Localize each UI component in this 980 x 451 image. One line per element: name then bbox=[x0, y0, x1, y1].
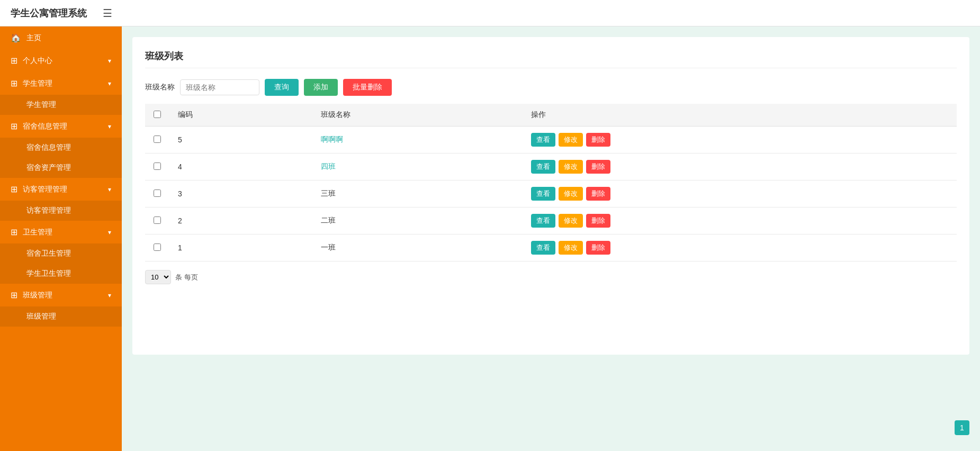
sidebar-item-visitor-label: 访客管理管理 bbox=[23, 185, 67, 194]
arrow-icon-student: ▾ bbox=[108, 80, 111, 87]
select-all-checkbox[interactable] bbox=[154, 111, 161, 118]
sidebar-item-student-label: 学生管理 bbox=[23, 79, 52, 88]
edit-button-4[interactable]: 修改 bbox=[559, 160, 583, 174]
sidebar-subitem-student-hygiene[interactable]: 学生卫生管理 bbox=[0, 264, 122, 284]
row-actions-5: 查看修改删除 bbox=[523, 127, 957, 154]
th-code: 编码 bbox=[169, 104, 312, 127]
th-action: 操作 bbox=[523, 104, 957, 127]
class-table: 编码 班级名称 操作 5啊啊啊查看修改删除4四班查看修改删除3三班查看修改删除2… bbox=[145, 104, 957, 261]
sidebar-item-dorm-info[interactable]: ⊞ 宿舍信息管理 ▾ bbox=[0, 115, 122, 138]
sidebar-item-class-label: 班级管理 bbox=[23, 291, 52, 300]
grid-icon-student: ⊞ bbox=[11, 78, 17, 88]
table-container: 编码 班级名称 操作 5啊啊啊查看修改删除4四班查看修改删除3三班查看修改删除2… bbox=[145, 104, 957, 261]
batch-delete-button[interactable]: 批量删除 bbox=[343, 79, 392, 96]
view-button-3[interactable]: 查看 bbox=[531, 187, 555, 201]
page-title: 班级列表 bbox=[145, 50, 957, 68]
home-icon: 🏠 bbox=[11, 33, 21, 43]
view-button-5[interactable]: 查看 bbox=[531, 133, 555, 147]
row-checkbox-5[interactable] bbox=[154, 136, 161, 143]
row-name-link-5[interactable]: 啊啊啊 bbox=[321, 135, 343, 143]
row-name-3: 三班 bbox=[312, 181, 523, 208]
hamburger-icon[interactable]: ☰ bbox=[103, 7, 112, 20]
row-actions-4: 查看修改删除 bbox=[523, 154, 957, 181]
table-row: 5啊啊啊查看修改删除 bbox=[145, 127, 957, 154]
header: 学生公寓管理系统 ☰ bbox=[0, 0, 980, 26]
row-checkbox-1[interactable] bbox=[154, 243, 161, 251]
row-id-1: 1 bbox=[169, 234, 312, 261]
content-card: 班级列表 班级名称 查询 添加 批量删除 编码 bbox=[132, 37, 969, 355]
sidebar-item-home[interactable]: 🏠 主页 bbox=[0, 26, 122, 49]
view-button-4[interactable]: 查看 bbox=[531, 160, 555, 174]
class-name-input[interactable] bbox=[180, 79, 259, 95]
row-actions-3: 查看修改删除 bbox=[523, 181, 957, 208]
grid-icon-visitor: ⊞ bbox=[11, 184, 17, 194]
delete-button-4[interactable]: 删除 bbox=[586, 160, 610, 174]
table-row: 4四班查看修改删除 bbox=[145, 154, 957, 181]
edit-button-1[interactable]: 修改 bbox=[559, 241, 583, 255]
row-checkbox-3[interactable] bbox=[154, 190, 161, 197]
table-row: 2二班查看修改删除 bbox=[145, 208, 957, 234]
grid-icon-hygiene: ⊞ bbox=[11, 227, 17, 237]
sidebar-item-personal-label: 个人中心 bbox=[23, 56, 52, 66]
arrow-icon-class: ▾ bbox=[108, 292, 111, 299]
row-name-5[interactable]: 啊啊啊 bbox=[312, 127, 523, 154]
row-id-5: 5 bbox=[169, 127, 312, 154]
th-class-name: 班级名称 bbox=[312, 104, 523, 127]
row-name-2: 二班 bbox=[312, 208, 523, 234]
app-title: 学生公寓管理系统 bbox=[11, 7, 87, 20]
view-button-2[interactable]: 查看 bbox=[531, 214, 555, 228]
view-button-1[interactable]: 查看 bbox=[531, 241, 555, 255]
table-row: 1一班查看修改删除 bbox=[145, 234, 957, 261]
row-actions-1: 查看修改删除 bbox=[523, 234, 957, 261]
arrow-icon-hygiene: ▾ bbox=[108, 229, 111, 236]
th-checkbox bbox=[145, 104, 169, 127]
sidebar-subitem-dorm-info[interactable]: 宿舍信息管理 bbox=[0, 138, 122, 158]
filter-label: 班级名称 bbox=[145, 83, 175, 92]
add-button[interactable]: 添加 bbox=[304, 79, 338, 96]
sidebar-item-student-mgmt[interactable]: ⊞ 学生管理 ▾ bbox=[0, 72, 122, 95]
arrow-icon-dorm: ▾ bbox=[108, 123, 111, 130]
row-actions-2: 查看修改删除 bbox=[523, 208, 957, 234]
sidebar-item-visitor[interactable]: ⊞ 访客管理管理 ▾ bbox=[0, 178, 122, 201]
row-checkbox-4[interactable] bbox=[154, 163, 161, 170]
sidebar-subitem-dorm-asset[interactable]: 宿舍资产管理 bbox=[0, 158, 122, 178]
sidebar-item-personal[interactable]: ⊞ 个人中心 ▾ bbox=[0, 49, 122, 72]
grid-icon-dorm: ⊞ bbox=[11, 121, 17, 131]
sidebar-submenu-dorm: 宿舍信息管理 宿舍资产管理 bbox=[0, 138, 122, 178]
row-id-3: 3 bbox=[169, 181, 312, 208]
row-name-1: 一班 bbox=[312, 234, 523, 261]
sidebar-item-hygiene[interactable]: ⊞ 卫生管理 ▾ bbox=[0, 221, 122, 243]
sidebar-subitem-student-mgmt[interactable]: 学生管理 bbox=[0, 95, 122, 115]
sidebar-subitem-visitor-mgmt[interactable]: 访客管理管理 bbox=[0, 201, 122, 221]
arrow-icon-visitor: ▾ bbox=[108, 186, 111, 193]
sidebar-subitem-class-mgmt[interactable]: 班级管理 bbox=[0, 306, 122, 327]
sidebar-subitem-dorm-hygiene[interactable]: 宿舍卫生管理 bbox=[0, 243, 122, 264]
sidebar-item-hygiene-label: 卫生管理 bbox=[23, 228, 52, 237]
delete-button-1[interactable]: 删除 bbox=[586, 241, 610, 255]
page-number-badge[interactable]: 1 bbox=[955, 420, 969, 435]
delete-button-3[interactable]: 删除 bbox=[586, 187, 610, 201]
sidebar-submenu-student: 学生管理 bbox=[0, 95, 122, 115]
search-button[interactable]: 查询 bbox=[265, 79, 299, 96]
page-size-label: 条 每页 bbox=[175, 273, 198, 282]
row-id-4: 4 bbox=[169, 154, 312, 181]
sidebar-item-dorm-label: 宿舍信息管理 bbox=[23, 122, 67, 131]
edit-button-2[interactable]: 修改 bbox=[559, 214, 583, 228]
sidebar-item-home-label: 主页 bbox=[26, 33, 41, 43]
row-checkbox-2[interactable] bbox=[154, 217, 161, 224]
row-name-4[interactable]: 四班 bbox=[312, 154, 523, 181]
delete-button-5[interactable]: 删除 bbox=[586, 133, 610, 147]
filter-row: 班级名称 查询 添加 批量删除 bbox=[145, 79, 957, 96]
row-name-link-4[interactable]: 四班 bbox=[321, 162, 336, 170]
main-content: 班级列表 班级名称 查询 添加 批量删除 编码 bbox=[122, 26, 980, 451]
table-row: 3三班查看修改删除 bbox=[145, 181, 957, 208]
page-size-select[interactable]: 10 20 50 bbox=[145, 270, 171, 284]
edit-button-3[interactable]: 修改 bbox=[559, 187, 583, 201]
delete-button-2[interactable]: 删除 bbox=[586, 214, 610, 228]
sidebar-item-class-mgmt[interactable]: ⊞ 班级管理 ▾ bbox=[0, 284, 122, 306]
table-header-row: 编码 班级名称 操作 bbox=[145, 104, 957, 127]
pagination-row: 10 20 50 条 每页 bbox=[145, 270, 957, 284]
sidebar: 🏠 主页 ⊞ 个人中心 ▾ ⊞ 学生管理 ▾ 学生管理 ⊞ 宿舍信息管理 ▾ bbox=[0, 26, 122, 451]
sidebar-submenu-hygiene: 宿舍卫生管理 学生卫生管理 bbox=[0, 243, 122, 284]
edit-button-5[interactable]: 修改 bbox=[559, 133, 583, 147]
